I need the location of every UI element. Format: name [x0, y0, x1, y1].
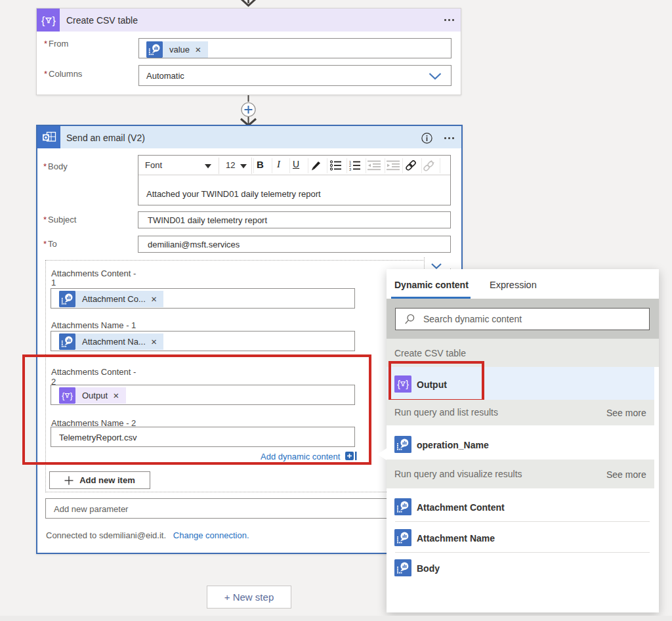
- svg-text:3: 3: [349, 167, 351, 171]
- svg-text:}: }: [52, 15, 56, 26]
- svg-text:{: {: [41, 15, 45, 26]
